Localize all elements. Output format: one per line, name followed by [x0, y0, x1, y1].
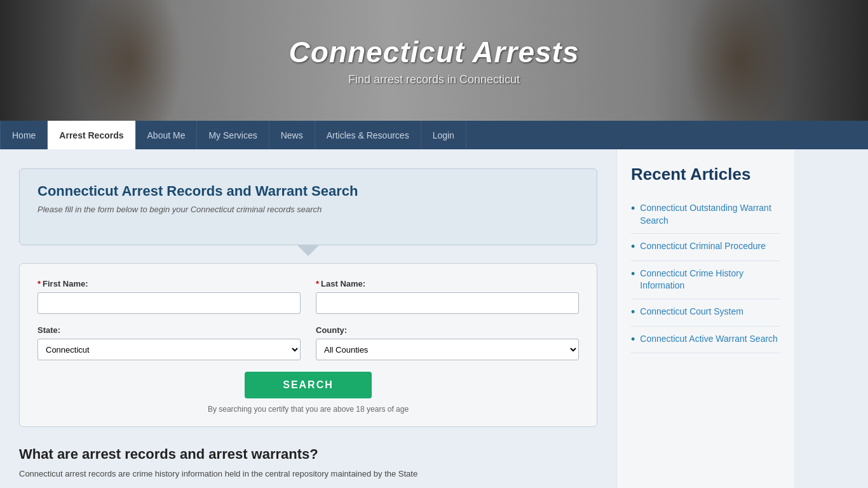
search-box: Connecticut Arrest Records and Warrant S…: [19, 168, 597, 245]
sidebar-link-4[interactable]: Connecticut Court System: [640, 306, 743, 318]
nav-about-me[interactable]: About Me: [136, 121, 198, 149]
site-header: Connecticut Arrests Find arrest records …: [0, 0, 868, 121]
last-name-label: *Last Name:: [316, 279, 579, 288]
sidebar-list: Connecticut Outstanding Warrant Search C…: [631, 196, 780, 353]
nav-arrest-records[interactable]: Arrest Records: [48, 121, 135, 149]
nav-login[interactable]: Login: [421, 121, 466, 149]
site-title: Connecticut Arrests: [289, 35, 580, 69]
nav-articles[interactable]: Articles & Resources: [315, 121, 421, 149]
nav-services[interactable]: My Services: [197, 121, 269, 149]
county-group: County: All Counties Fairfield Hartford …: [316, 325, 579, 360]
first-name-group: *First Name:: [37, 279, 301, 314]
required-star-last: *: [316, 279, 319, 288]
nav-home[interactable]: Home: [0, 121, 48, 149]
state-select[interactable]: Connecticut: [37, 339, 301, 360]
content-area: Connecticut Arrest Records and Warrant S…: [0, 149, 616, 488]
search-disclaimer: By searching you certify that you are ab…: [208, 405, 409, 414]
first-name-input[interactable]: [37, 292, 301, 314]
search-button[interactable]: SEARCH: [245, 372, 372, 398]
last-name-input[interactable]: [316, 292, 579, 314]
state-group: State: Connecticut: [37, 325, 301, 360]
last-name-group: *Last Name:: [316, 279, 579, 314]
sidebar-link-3[interactable]: Connecticut Crime History Information: [640, 268, 780, 292]
sidebar-item-4: Connecticut Court System: [631, 299, 780, 327]
sidebar-item-2: Connecticut Criminal Procedure: [631, 234, 780, 261]
article-text: Connecticut arrest records are crime his…: [19, 468, 597, 481]
article-heading: What are arrest records and arrest warra…: [19, 446, 597, 463]
site-subtitle: Find arrest records in Connecticut: [289, 73, 580, 86]
sidebar-link-1[interactable]: Connecticut Outstanding Warrant Search: [640, 202, 780, 227]
main-nav: Home Arrest Records About Me My Services…: [0, 121, 868, 149]
state-label: State:: [37, 325, 301, 335]
search-box-subtitle: Please fill in the form below to begin y…: [37, 205, 579, 214]
sidebar-title: Recent Articles: [631, 165, 780, 184]
sidebar-item-3: Connecticut Crime History Information: [631, 261, 780, 299]
first-name-label: *First Name:: [37, 279, 301, 288]
search-btn-row: SEARCH By searching you certify that you…: [37, 372, 579, 414]
main-container: Connecticut Arrest Records and Warrant S…: [0, 149, 868, 488]
county-select[interactable]: All Counties Fairfield Hartford Litchfie…: [316, 339, 579, 360]
required-star-first: *: [37, 279, 41, 288]
location-row: State: Connecticut County: All Counties …: [37, 325, 579, 360]
search-form: *First Name: *Last Name: State: Connecti…: [19, 263, 597, 427]
nav-news[interactable]: News: [269, 121, 315, 149]
sidebar-link-5[interactable]: Connecticut Active Warrant Search: [640, 333, 778, 346]
sidebar: Recent Articles Connecticut Outstanding …: [616, 149, 794, 488]
sidebar-item-1: Connecticut Outstanding Warrant Search: [631, 196, 780, 234]
header-content: Connecticut Arrests Find arrest records …: [289, 35, 580, 86]
name-row: *First Name: *Last Name:: [37, 279, 579, 314]
search-box-title: Connecticut Arrest Records and Warrant S…: [37, 183, 579, 200]
article-section: What are arrest records and arrest warra…: [19, 446, 597, 481]
sidebar-item-5: Connecticut Active Warrant Search: [631, 327, 780, 354]
county-label: County:: [316, 325, 579, 335]
sidebar-link-2[interactable]: Connecticut Criminal Procedure: [640, 240, 766, 253]
